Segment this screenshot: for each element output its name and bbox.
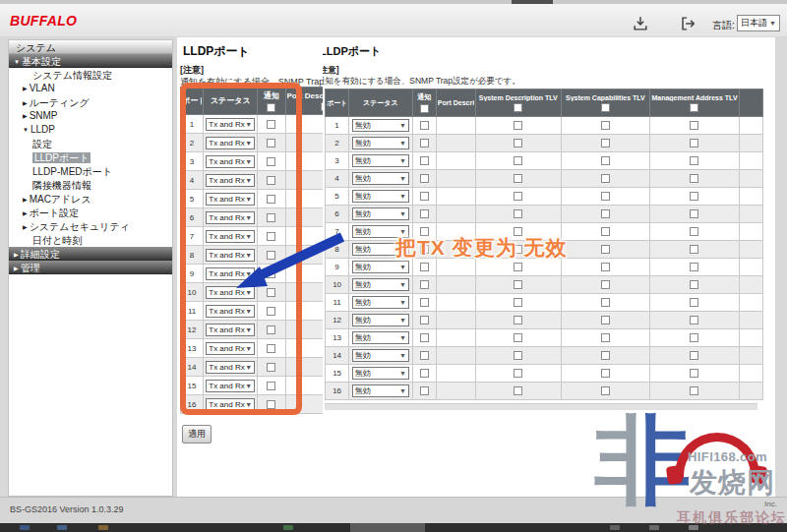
row-checkbox[interactable] <box>690 333 698 342</box>
row-checkbox[interactable] <box>267 139 275 148</box>
select-all-checkbox[interactable] <box>514 103 522 112</box>
row-checkbox[interactable] <box>601 280 610 289</box>
select-all-checkbox[interactable] <box>601 103 610 112</box>
sidebar-item-システムセキュリティ[interactable]: ▶システムセキュリティ <box>9 219 172 233</box>
status-select[interactable]: 無効▼ <box>352 154 409 167</box>
taskbar-icon[interactable] <box>689 525 698 530</box>
row-checkbox[interactable] <box>267 213 275 222</box>
row-checkbox[interactable] <box>267 307 275 316</box>
row-checkbox[interactable] <box>690 369 698 378</box>
language-select[interactable]: 日本語 ▼ <box>737 15 780 31</box>
row-checkbox[interactable] <box>601 121 610 130</box>
row-checkbox[interactable] <box>514 369 522 378</box>
row-checkbox[interactable] <box>690 263 698 271</box>
row-checkbox[interactable] <box>601 192 610 201</box>
sidebar-item-LLDP[interactable]: ▼LLDP <box>9 123 172 137</box>
row-checkbox[interactable] <box>267 157 275 166</box>
row-checkbox[interactable] <box>601 245 610 254</box>
sidebar-item-隣接機器情報[interactable]: 隣接機器情報 <box>9 178 172 192</box>
row-checkbox[interactable] <box>514 316 522 325</box>
row-checkbox[interactable] <box>514 263 522 271</box>
row-checkbox[interactable] <box>514 121 522 130</box>
row-checkbox[interactable] <box>267 325 275 334</box>
status-select[interactable]: 無効▼ <box>352 314 409 326</box>
sidebar-item-LLDP-MEDポート[interactable]: LLDP-MEDポート <box>9 164 172 178</box>
row-checkbox[interactable] <box>420 316 429 325</box>
sidebar-item-MACアドレス[interactable]: ▶MACアドレス <box>9 192 172 206</box>
row-checkbox[interactable] <box>601 174 610 183</box>
row-checkbox[interactable] <box>514 298 522 307</box>
select-all-checkbox[interactable] <box>690 103 698 112</box>
row-checkbox[interactable] <box>420 298 429 307</box>
row-checkbox[interactable] <box>420 386 429 395</box>
row-checkbox[interactable] <box>420 369 429 378</box>
status-select[interactable]: Tx and Rx▼ <box>206 342 255 355</box>
row-checkbox[interactable] <box>420 156 429 165</box>
status-select[interactable]: 無効▼ <box>352 331 409 344</box>
row-checkbox[interactable] <box>420 209 429 218</box>
status-select[interactable]: 無効▼ <box>352 261 409 273</box>
status-select[interactable]: 無効▼ <box>352 119 409 132</box>
row-checkbox[interactable] <box>601 227 610 236</box>
logout-icon[interactable] <box>678 15 697 32</box>
row-checkbox[interactable] <box>601 386 610 395</box>
row-checkbox[interactable] <box>601 351 610 360</box>
row-checkbox[interactable] <box>267 176 275 185</box>
row-checkbox[interactable] <box>514 174 522 183</box>
row-checkbox[interactable] <box>690 156 698 165</box>
status-select[interactable]: Tx and Rx▼ <box>206 193 255 206</box>
sidebar-item-詳細設定[interactable]: ▶詳細設定 <box>9 247 172 261</box>
row-checkbox[interactable] <box>690 139 698 148</box>
row-checkbox[interactable] <box>420 333 429 342</box>
row-checkbox[interactable] <box>601 298 610 307</box>
sidebar-item-ルーティング[interactable]: ▶ルーティング <box>9 95 172 109</box>
status-select[interactable]: Tx and Rx▼ <box>206 118 255 131</box>
taskbar-icon[interactable] <box>57 525 67 530</box>
taskbar-icon[interactable] <box>649 525 659 530</box>
row-checkbox[interactable] <box>601 316 610 325</box>
taskbar-icon[interactable] <box>610 525 620 530</box>
row-checkbox[interactable] <box>514 192 522 201</box>
row-checkbox[interactable] <box>514 386 522 395</box>
row-checkbox[interactable] <box>267 195 275 204</box>
sidebar-item-LLDPポート[interactable]: LLDPポート <box>9 150 172 164</box>
row-checkbox[interactable] <box>514 333 522 342</box>
sidebar-item-VLAN[interactable]: ▶VLAN <box>9 82 172 95</box>
row-checkbox[interactable] <box>601 263 610 271</box>
status-select[interactable]: Tx and Rx▼ <box>206 305 255 318</box>
status-select[interactable]: 無効▼ <box>352 296 409 309</box>
row-checkbox[interactable] <box>267 344 275 353</box>
sidebar-item-管理[interactable]: ▶管理 <box>9 261 172 274</box>
status-select[interactable]: Tx and Rx▼ <box>206 174 255 187</box>
status-select[interactable]: 無効▼ <box>352 137 409 149</box>
status-select[interactable]: Tx and Rx▼ <box>206 155 255 168</box>
row-checkbox[interactable] <box>267 382 275 390</box>
row-checkbox[interactable] <box>601 156 610 165</box>
apply-button[interactable]: 適用 <box>182 425 212 443</box>
status-select[interactable]: 無効▼ <box>352 367 409 380</box>
sidebar-item-日付と時刻[interactable]: 日付と時刻 <box>9 233 172 247</box>
row-checkbox[interactable] <box>690 192 698 201</box>
row-checkbox[interactable] <box>690 351 698 360</box>
row-checkbox[interactable] <box>690 227 698 236</box>
row-checkbox[interactable] <box>690 245 698 254</box>
row-checkbox[interactable] <box>514 209 522 218</box>
taskbar-icon[interactable] <box>20 525 30 530</box>
row-checkbox[interactable] <box>420 263 429 271</box>
row-checkbox[interactable] <box>690 386 698 395</box>
sidebar-item-ポート設定[interactable]: ▶ポート設定 <box>9 206 172 219</box>
select-all-checkbox[interactable] <box>321 102 323 111</box>
row-checkbox[interactable] <box>267 363 275 372</box>
row-checkbox[interactable] <box>420 351 429 360</box>
status-select[interactable]: 無効▼ <box>352 172 409 185</box>
row-checkbox[interactable] <box>690 280 698 289</box>
row-checkbox[interactable] <box>690 209 698 218</box>
download-icon[interactable] <box>631 15 650 32</box>
select-all-checkbox[interactable] <box>267 103 275 112</box>
status-select[interactable]: Tx and Rx▼ <box>206 398 255 411</box>
row-checkbox[interactable] <box>690 174 698 183</box>
row-checkbox[interactable] <box>267 120 275 129</box>
sidebar-item-基本設定[interactable]: ▼基本設定 <box>9 54 172 68</box>
row-checkbox[interactable] <box>690 298 698 307</box>
row-checkbox[interactable] <box>601 369 610 378</box>
